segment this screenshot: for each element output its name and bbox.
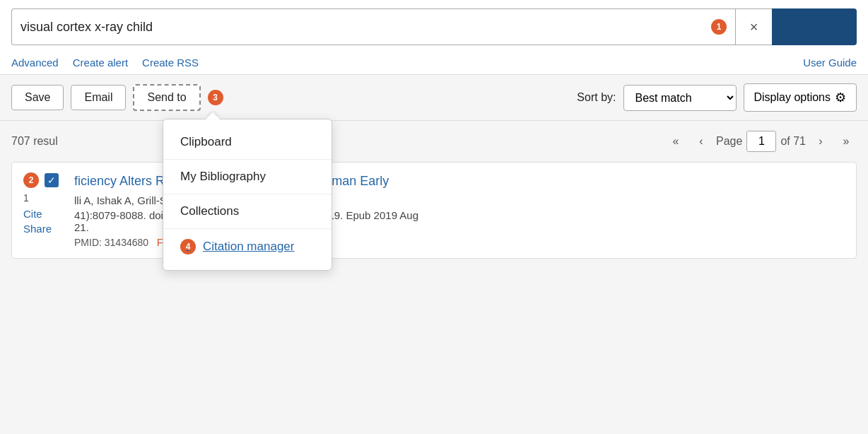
- collections-item[interactable]: Collections: [163, 194, 332, 228]
- send-to-button[interactable]: Send to: [133, 84, 200, 111]
- result-actions: Cite Share: [23, 208, 52, 235]
- toolbar: Save Email Send to 3 Sort by: Best match…: [0, 75, 868, 121]
- citation-manager-badge: 4: [180, 239, 196, 254]
- result-card: 2 ✓ 1 Cite Share ficiency Alters Recepti…: [11, 162, 857, 259]
- result-checkbox[interactable]: ✓: [45, 173, 59, 187]
- dropdown-arrow: [206, 112, 220, 119]
- clear-search-button[interactable]: ×: [735, 8, 772, 45]
- pagination: « ‹ Page of 71 › »: [665, 131, 857, 152]
- citation-post: 21.: [74, 221, 89, 233]
- links-row: Advanced Create alert Create RSS User Gu…: [11, 52, 857, 74]
- search-row: 1 ×: [11, 8, 857, 45]
- sort-select[interactable]: Best match Most recent Publication date: [623, 85, 737, 111]
- send-to-dropdown: Clipboard My Bibliography Collections 4 …: [163, 119, 332, 271]
- prev-page-button[interactable]: ‹: [691, 131, 712, 152]
- next-page-button[interactable]: ›: [810, 131, 831, 152]
- sort-label: Sort by:: [577, 91, 616, 104]
- first-page-button[interactable]: «: [665, 131, 686, 152]
- page-of: of 71: [780, 135, 806, 148]
- results-header: 707 resul Clear selection « ‹ Page of 71…: [11, 131, 857, 152]
- advanced-link[interactable]: Advanced: [11, 57, 59, 69]
- user-guide-link[interactable]: User Guide: [803, 57, 857, 69]
- search-input[interactable]: [20, 20, 705, 35]
- search-input-wrapper: 1: [11, 8, 735, 45]
- result-card-badge: 2: [23, 172, 39, 188]
- page-input[interactable]: [746, 131, 776, 152]
- my-bibliography-item[interactable]: My Bibliography: [163, 160, 332, 194]
- pmid-label: PMID: 31434680: [74, 237, 148, 248]
- results-count: 707 resul: [11, 135, 58, 148]
- results-area: 707 resul Clear selection « ‹ Page of 71…: [0, 121, 868, 269]
- search-button[interactable]: [772, 8, 857, 45]
- cite-button[interactable]: Cite: [23, 208, 52, 220]
- result-number: 1: [23, 192, 29, 204]
- header: 1 × Advanced Create alert Create RSS Use…: [0, 0, 868, 75]
- share-button[interactable]: Share: [23, 223, 52, 235]
- save-button[interactable]: Save: [11, 85, 64, 110]
- clipboard-item[interactable]: Clipboard: [163, 125, 332, 159]
- email-button[interactable]: Email: [71, 85, 126, 110]
- search-result-badge: 1: [711, 19, 727, 35]
- display-options-label: Display options: [754, 91, 831, 104]
- display-options-button[interactable]: Display options ⚙: [744, 83, 857, 112]
- send-to-badge: 3: [208, 90, 223, 105]
- result-left: 2 ✓ 1 Cite Share: [23, 172, 66, 248]
- sort-group: Sort by: Best match Most recent Publicat…: [577, 83, 857, 112]
- citation-manager-label: Citation manager: [203, 240, 294, 254]
- create-rss-link[interactable]: Create RSS: [142, 57, 199, 69]
- citation-manager-item[interactable]: 4 Citation manager: [163, 229, 332, 264]
- gear-icon: ⚙: [835, 90, 846, 105]
- page-label: Page: [716, 135, 742, 148]
- create-alert-link[interactable]: Create alert: [73, 57, 128, 69]
- last-page-button[interactable]: »: [835, 131, 857, 152]
